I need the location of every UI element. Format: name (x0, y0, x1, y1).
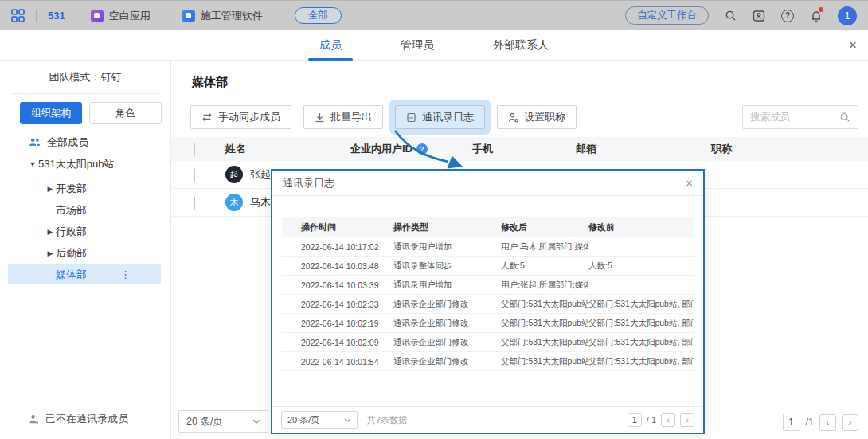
current-page-box[interactable]: 1 (628, 413, 642, 427)
member-search (742, 105, 858, 129)
tree-item-dev[interactable]: ▶ 开发部 (0, 178, 170, 199)
contacts-log-modal: 通讯录日志 × 操作时间 操作类型 修改后 修改前 2022-06-14 10:… (271, 169, 705, 434)
modal-footer: 20 条/页 共7条数据 1 / 1 ‹ › (272, 406, 703, 433)
log-row: 2022-06-14 10:01:54通讯录企业部门修改 父部门:531大太阳p… (282, 352, 694, 371)
app-tab-blank[interactable]: 空白应用 (91, 9, 151, 23)
section-tabs: 成员 管理员 外部联系人 × (0, 30, 868, 61)
tree-item-media[interactable]: 媒体部 ⋮ (0, 264, 170, 285)
role-button[interactable]: 角色 (89, 102, 162, 124)
close-icon[interactable]: × (686, 176, 693, 190)
col-op-time: 操作时间 (282, 221, 393, 233)
select-all-checkbox[interactable] (194, 143, 195, 156)
link-label: 已不在通讯录成员 (45, 412, 128, 426)
page-size-value: 20 条/页 (287, 414, 319, 426)
tab-external-contacts[interactable]: 外部联系人 (487, 30, 555, 61)
button-label: 手动同步成员 (218, 110, 280, 124)
col-phone: 手机 (472, 142, 576, 156)
close-icon[interactable]: × (849, 30, 857, 61)
filter-all-pill[interactable]: 全部 (295, 7, 342, 24)
log-row: 2022-06-14 10:02:19通讯录企业部门修改 父部门:531大太阳p… (282, 314, 694, 333)
tab-members[interactable]: 成员 (313, 30, 348, 61)
page-size-value: 20 条/页 (186, 415, 223, 429)
page-title: 媒体部 (192, 75, 228, 90)
contacts-log-button[interactable]: 通讯录日志 (395, 105, 485, 129)
member-name: 乌木 (250, 195, 271, 210)
button-label: 通讯录日志 (422, 110, 474, 124)
total-pages-label: / 1 (647, 415, 656, 425)
prev-page-button[interactable]: ‹ (819, 414, 836, 431)
tree-item-label: 媒体部 (56, 268, 87, 282)
tree-item-admin-dept[interactable]: ▶ 行政部 (0, 221, 170, 242)
prev-page-button[interactable]: ‹ (661, 413, 675, 427)
avatar: 木 (225, 194, 243, 211)
col-title: 职称 (711, 142, 868, 156)
customize-workbench-button[interactable]: 自定义工作台 (625, 6, 709, 25)
chevron-down-icon[interactable]: ▼ (27, 160, 38, 168)
divider (171, 100, 868, 100)
modal-header: 通讯录日志 × (272, 171, 703, 196)
sync-arrows-icon (201, 112, 213, 122)
not-in-contacts-link[interactable]: 已不在通讯录成员 (29, 412, 128, 426)
col-op-type: 操作类型 (393, 221, 501, 233)
search-icon[interactable] (839, 112, 850, 123)
modal-title: 通讯录日志 (283, 176, 334, 190)
app-window: 531 空白应用 施工管理软件 全部 自定义工作台 ? (0, 0, 868, 439)
help-icon[interactable]: ? (780, 9, 795, 23)
search-icon[interactable] (723, 9, 737, 23)
page-size-select[interactable]: 20 条/页 (178, 410, 268, 433)
top-bar-left: 531 空白应用 施工管理软件 全部 (11, 7, 342, 24)
more-icon[interactable]: ⋮ (120, 268, 131, 280)
help-badge-icon[interactable]: ? (416, 143, 428, 155)
manual-sync-button[interactable]: 手动同步成员 (190, 105, 291, 129)
construction-app-icon (182, 10, 195, 22)
tree-item-label: 行政部 (56, 225, 87, 239)
tree-item-label: 市场部 (56, 203, 87, 218)
button-label: 设置职称 (524, 110, 565, 124)
members-table-header: 姓名 企业内用户ID ? 手机 邮箱 职称 (171, 137, 868, 161)
app-tab-construction[interactable]: 施工管理软件 (182, 9, 263, 23)
log-table-header: 操作时间 操作类型 修改后 修改前 (282, 217, 694, 237)
log-row: 2022-06-14 10:03:48通讯录整体同步 人数:5人数:5 (282, 257, 694, 276)
modal-pager: 1 / 1 ‹ › (628, 413, 694, 427)
chevron-right-icon[interactable]: ▶ (45, 249, 56, 257)
divider (11, 93, 159, 94)
tab-admins[interactable]: 管理员 (394, 30, 440, 61)
next-page-button[interactable]: › (680, 413, 694, 427)
tree-item-market[interactable]: 市场部 (0, 199, 170, 221)
chevron-down-icon (252, 419, 260, 424)
user-avatar[interactable]: 1 (838, 6, 857, 25)
top-bar: 531 空白应用 施工管理软件 全部 自定义工作台 ? (0, 0, 868, 30)
top-bar-right: 自定义工作台 ? 1 (625, 6, 857, 25)
tree-item-label: 后勤部 (56, 246, 87, 261)
chevron-right-icon[interactable]: ▶ (45, 228, 56, 236)
col-email: 邮箱 (576, 142, 711, 156)
log-row: 2022-06-14 10:03:39通讯录用户增加 用户:张起,所属部门:媒体… (282, 276, 694, 295)
person-icon (29, 414, 39, 425)
chevron-right-icon[interactable]: ▶ (45, 185, 56, 193)
col-name: 姓名 (225, 142, 350, 156)
tree-item-label: 开发部 (56, 182, 87, 196)
next-page-button[interactable]: › (842, 414, 858, 431)
notifications-bell-icon[interactable] (809, 9, 823, 23)
tree-item-all-members[interactable]: 全部成员 (0, 131, 170, 153)
contacts-icon[interactable] (752, 9, 766, 23)
current-page-box[interactable]: 1 (783, 414, 800, 431)
tree-item-root[interactable]: ▼ 531大太阳pub站 (0, 153, 170, 174)
sidebar: 团队模式：钉钉 组织架构 角色 全部成员 ▼ 531大太阳pub站 ▶ 开发部 … (0, 61, 171, 439)
tree-item-logistics[interactable]: ▶ 后勤部 (0, 242, 170, 264)
workspace-id[interactable]: 531 (48, 10, 65, 22)
row-checkbox[interactable] (194, 168, 195, 182)
modal-page-size-select[interactable]: 20 条/页 (281, 411, 358, 429)
org-structure-button[interactable]: 组织架构 (20, 102, 82, 124)
set-job-title-button[interactable]: 设置职称 (497, 105, 577, 129)
blank-app-icon (91, 10, 104, 22)
search-input[interactable] (750, 112, 835, 123)
batch-export-button[interactable]: 批量导出 (303, 105, 383, 129)
apps-grid-icon[interactable] (11, 9, 25, 22)
row-checkbox[interactable] (194, 196, 195, 210)
log-row: 2022-06-14 10:02:09通讯录企业部门修改 父部门:531大太阳p… (282, 333, 694, 352)
total-pages-label: /1 (806, 417, 814, 428)
toolbar: 手动同步成员 批量导出 通讯录日志 设置职称 (190, 105, 577, 129)
app-tab-label: 空白应用 (109, 9, 151, 23)
log-row: 2022-06-14 10:02:33通讯录企业部门修改 父部门:531大太阳p… (282, 295, 694, 314)
